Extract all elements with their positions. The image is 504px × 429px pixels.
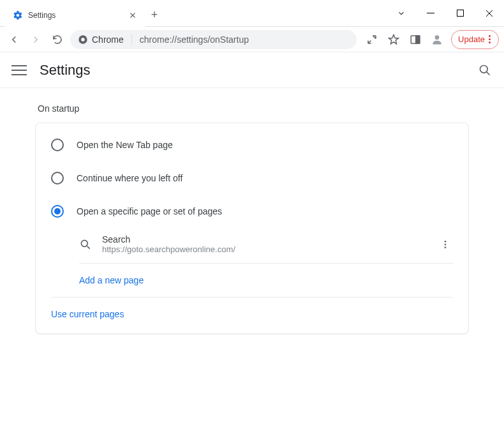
search-button[interactable] xyxy=(477,63,493,78)
window-controls xyxy=(387,0,504,26)
chrome-chip: Chrome xyxy=(78,34,124,45)
option-specific-pages[interactable]: Open a specific page or set of pages xyxy=(36,195,468,228)
use-current-pages-link[interactable]: Use current pages xyxy=(36,300,468,328)
option-continue[interactable]: Continue where you left off xyxy=(36,162,468,195)
omnibox-url: chrome://settings/onStartup xyxy=(140,34,249,45)
svg-rect-5 xyxy=(416,36,420,43)
svg-rect-7 xyxy=(11,65,27,66)
sidepanel-icon[interactable] xyxy=(408,32,423,47)
forward-button[interactable] xyxy=(27,31,45,49)
close-window-button[interactable] xyxy=(475,0,504,27)
svg-point-6 xyxy=(435,35,440,40)
toolbar-right: Update xyxy=(360,30,499,49)
startup-page-item: Search https://goto.searchpoweronline.co… xyxy=(36,228,468,260)
browser-tab[interactable]: Settings xyxy=(5,4,145,27)
new-tab-button[interactable]: + xyxy=(145,4,163,26)
update-button[interactable]: Update xyxy=(451,30,499,49)
content: On startup Open the New Tab page Continu… xyxy=(0,88,504,349)
svg-rect-1 xyxy=(457,10,463,17)
toolbar: Chrome chrome://settings/onStartup Updat… xyxy=(0,27,504,52)
more-dots-icon xyxy=(489,35,491,43)
menu-button[interactable] xyxy=(11,63,27,78)
update-label: Update xyxy=(458,34,485,44)
chrome-chip-label: Chrome xyxy=(92,34,124,45)
tab-title: Settings xyxy=(28,11,122,20)
svg-point-3 xyxy=(81,38,84,41)
settings-header: Settings xyxy=(0,52,504,88)
startup-card: Open the New Tab page Continue where you… xyxy=(35,123,469,334)
svg-rect-8 xyxy=(11,70,27,71)
radio-icon xyxy=(51,205,64,218)
option-new-tab[interactable]: Open the New Tab page xyxy=(36,128,468,162)
page-info: Search https://goto.searchpoweronline.co… xyxy=(102,234,427,254)
option-label: Continue where you left off xyxy=(77,173,182,183)
divider xyxy=(51,297,453,297)
option-label: Open the New Tab page xyxy=(77,140,173,150)
page-more-button[interactable] xyxy=(438,237,453,252)
add-page-link[interactable]: Add a new page xyxy=(36,266,468,294)
svg-point-10 xyxy=(480,65,488,73)
back-button[interactable] xyxy=(5,31,23,49)
tab-menu-button[interactable] xyxy=(387,0,416,27)
divider xyxy=(79,263,453,264)
minimize-button[interactable] xyxy=(416,0,445,27)
svg-point-14 xyxy=(445,246,447,248)
radio-icon xyxy=(51,172,64,184)
maximize-button[interactable] xyxy=(445,0,475,27)
titlebar: Settings + xyxy=(0,0,504,27)
svg-point-13 xyxy=(445,243,447,245)
close-tab-button[interactable] xyxy=(128,10,138,20)
radio-icon xyxy=(51,139,64,151)
address-bar[interactable]: Chrome chrome://settings/onStartup xyxy=(70,30,357,49)
svg-point-12 xyxy=(445,241,447,243)
reload-button[interactable] xyxy=(48,31,66,49)
search-icon xyxy=(79,238,92,251)
svg-point-11 xyxy=(81,240,87,246)
page-entry-url: https://goto.searchpoweronline.com/ xyxy=(102,245,427,254)
omnibox-divider xyxy=(131,34,132,45)
section-label: On startup xyxy=(35,103,469,114)
bookmark-icon[interactable] xyxy=(386,32,401,47)
option-label: Open a specific page or set of pages xyxy=(77,206,222,216)
profile-icon[interactable] xyxy=(429,32,445,47)
svg-rect-0 xyxy=(427,13,434,13)
page-title: Settings xyxy=(40,62,91,79)
svg-rect-9 xyxy=(11,74,27,75)
gear-icon xyxy=(13,10,23,20)
page-entry-title: Search xyxy=(102,234,427,245)
share-icon[interactable] xyxy=(364,32,380,47)
